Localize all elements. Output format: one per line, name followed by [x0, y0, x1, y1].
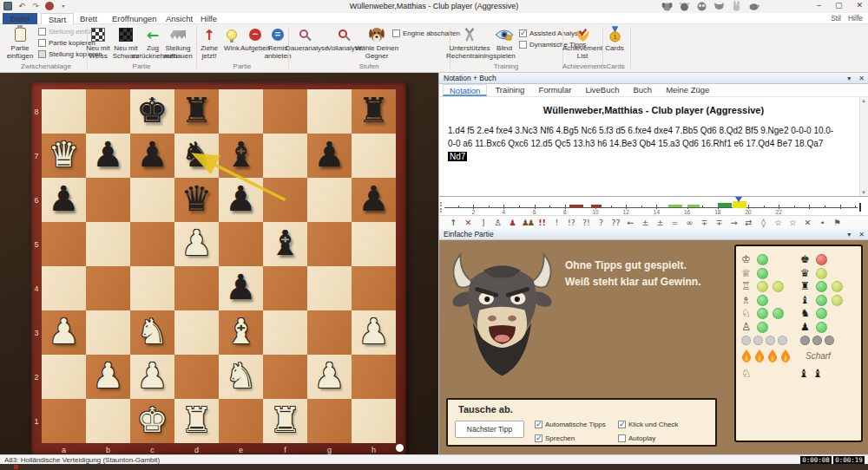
board-square-d2[interactable] [174, 355, 219, 399]
board-square-b3[interactable] [86, 310, 130, 355]
board-square-h5[interactable] [352, 222, 396, 266]
tab-meine-zuege[interactable]: Meine Züge [660, 84, 715, 96]
cards-button[interactable]: 1 Cards [601, 26, 628, 52]
board-square-g8[interactable] [307, 89, 352, 134]
board-square-a2[interactable] [42, 355, 86, 399]
board-square-b8[interactable] [86, 89, 130, 134]
board-square-f7[interactable] [263, 134, 307, 178]
style-menu[interactable]: Stil [831, 13, 841, 24]
chess-piece-a3[interactable]: ♟ [42, 310, 86, 355]
engine-icon[interactable] [45, 2, 54, 10]
annotation-symbol-20[interactable]: ⇄ [741, 218, 756, 227]
annotation-symbol-toolbar[interactable]: ↑✕]♙♟♟♟!!!!??!???←±±=∞∓∓→⇄◊☆☆✕•⚑ [439, 215, 868, 229]
chess-piece-h6[interactable]: ♟ [352, 178, 396, 222]
notation-content[interactable]: Wüllenweber,Matthias - Club player (Aggr… [439, 97, 868, 196]
annotation-symbol-15[interactable]: = [667, 218, 682, 227]
board-square-f3[interactable] [263, 310, 307, 355]
minimize-button[interactable]: – [817, 1, 821, 10]
annotation-symbol-24[interactable]: ✕ [800, 218, 815, 227]
paste-game-button[interactable]: Partie einfügen [3, 26, 36, 60]
board-square-b4[interactable] [86, 266, 130, 310]
annotation-symbol-16[interactable]: ∞ [682, 218, 697, 227]
chess-piece-e4[interactable]: ♟ [219, 266, 263, 310]
infinite-analysis-button[interactable]: Daueranalyse [286, 26, 326, 52]
chess-piece-d5[interactable]: ♟ [174, 222, 219, 266]
chess-piece-a7[interactable]: ♛ [42, 134, 86, 178]
chess-piece-g2[interactable]: ♟ [307, 355, 352, 399]
close-button[interactable]: ✕ [856, 1, 863, 10]
chess-piece-e6[interactable]: ♟ [219, 178, 263, 222]
board-square-a4[interactable] [42, 266, 86, 310]
setup-position-button[interactable]: Stellung aufbauen [159, 26, 197, 60]
eval-timeline[interactable]: 246810121416182022 [439, 196, 868, 215]
annotation-symbol-17[interactable]: ∓ [697, 218, 712, 227]
board-square-c5[interactable] [130, 222, 174, 266]
blind-play-button[interactable]: Blind spielen [489, 26, 520, 60]
menu-brett[interactable]: Brett [73, 13, 104, 24]
tab-formular[interactable]: Formular [532, 84, 577, 96]
tab-notation[interactable]: Notation [443, 84, 487, 96]
notation-scrollbar[interactable]: ▲▼ [859, 97, 868, 196]
chess-piece-h3[interactable]: ♟ [352, 310, 396, 355]
board-square-f6[interactable] [263, 178, 307, 222]
chess-piece-b7[interactable]: ♟ [86, 134, 130, 178]
chess-piece-c1[interactable]: ♚ [130, 399, 174, 443]
board-square-e8[interactable] [219, 89, 263, 134]
undo-icon[interactable]: ↶ [17, 2, 26, 10]
annotation-symbol-10[interactable]: ? [594, 218, 608, 227]
qat-dropdown-icon[interactable]: ▾ [59, 2, 68, 10]
auto-tips-checkbox[interactable]: Automatische Tipps [535, 421, 606, 428]
board-square-b1[interactable] [86, 399, 130, 443]
annotation-symbol-3[interactable]: ♙ [490, 218, 505, 227]
annotation-symbol-13[interactable]: ± [638, 218, 653, 227]
chess-piece-g7[interactable]: ♟ [307, 134, 352, 178]
annotation-symbol-5[interactable]: ♟♟ [520, 218, 535, 227]
redo-icon[interactable]: ↷ [31, 2, 40, 10]
annotation-symbol-4[interactable]: ♟ [505, 218, 520, 227]
menu-hilfe[interactable]: Hilfe [194, 13, 224, 24]
board-square-b5[interactable] [86, 222, 130, 266]
board-square-h7[interactable] [352, 134, 396, 178]
annotation-symbol-7[interactable]: ! [549, 218, 564, 227]
panel-close-icon[interactable]: ✕ [858, 73, 865, 84]
help-menu[interactable]: Hilfe [848, 13, 863, 24]
coach-close-icon[interactable]: ✕ [858, 229, 865, 240]
current-move[interactable]: Nd7 [448, 152, 467, 161]
tab-livebuch[interactable]: LiveBuch [579, 84, 625, 96]
calc-training-button[interactable]: Unterstütztes Rechentraining [444, 26, 495, 60]
chess-piece-e3[interactable]: ♝ [219, 310, 263, 355]
chess-piece-c8[interactable]: ♚ [130, 89, 174, 134]
annotation-symbol-0[interactable]: ↑ [446, 218, 461, 227]
annotation-symbol-11[interactable]: ?? [608, 218, 623, 227]
tab-buch[interactable]: Buch [627, 84, 658, 96]
board-square-g6[interactable] [307, 178, 352, 222]
save-icon[interactable] [3, 2, 12, 10]
board-square-g1[interactable] [307, 399, 352, 443]
board-square-f4[interactable] [263, 266, 307, 310]
menu-datei[interactable]: Datei [3, 13, 37, 24]
annotation-symbol-6[interactable]: !! [535, 218, 549, 227]
board-square-h2[interactable] [352, 355, 396, 399]
board-square-h4[interactable] [352, 266, 396, 310]
chess-piece-c7[interactable]: ♟ [130, 134, 174, 178]
annotation-symbol-18[interactable]: ∓ [712, 218, 727, 227]
dog-icon[interactable] [661, 1, 673, 12]
board-square-f8[interactable] [263, 89, 307, 134]
chess-piece-d1[interactable]: ♜ [174, 399, 219, 443]
current-position-marker[interactable] [735, 197, 742, 202]
panel-collapse-icon[interactable]: ▾ [847, 73, 851, 84]
board-square-g4[interactable] [307, 266, 352, 310]
chess-piece-c2[interactable]: ♟ [130, 355, 174, 399]
chess-piece-e2[interactable]: ♞ [219, 355, 263, 399]
chess-piece-d7[interactable]: ♞ [174, 134, 219, 178]
click-check-checkbox[interactable]: Klick und Check [618, 421, 678, 428]
board-square-b6[interactable] [86, 178, 130, 222]
tab-training[interactable]: Training [489, 84, 530, 96]
turtle-icon[interactable] [748, 1, 760, 12]
annotation-symbol-25[interactable]: • [815, 218, 830, 227]
coach-panel-header[interactable]: Einfache Partie ▾ ✕ [439, 229, 868, 240]
board-square-e5[interactable] [219, 222, 263, 266]
board-square-d3[interactable] [174, 310, 219, 355]
annotation-symbol-26[interactable]: ⚑ [830, 218, 845, 227]
rabbit-icon[interactable] [731, 1, 742, 12]
